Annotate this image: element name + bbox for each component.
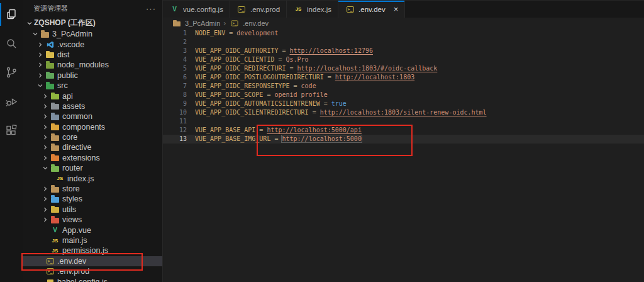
chevron-right-icon[interactable] [40, 196, 50, 201]
chevron-right-icon[interactable] [40, 217, 50, 222]
folder-icon [50, 113, 60, 120]
babel-icon [45, 279, 55, 282]
folder-icon [50, 154, 60, 161]
folder-shape [51, 218, 59, 223]
explorer-header: 资源管理器 ··· [23, 0, 162, 17]
tab-label: .env.dev [358, 6, 386, 13]
tree-item-core[interactable]: core [23, 132, 162, 142]
js-glyph: JS [296, 6, 302, 12]
run-debug-icon[interactable] [0, 87, 23, 116]
code-line[interactable]: 6VUE_APP_OIDC_POSTLOGOUTREDIRECTURI = ht… [163, 73, 644, 82]
code-line[interactable]: 8VUE_APP_OIDC_SCOPE = openid profile [163, 91, 644, 99]
tab-vue-config-js[interactable]: Vvue.config.js [163, 1, 230, 18]
tree-item-directive[interactable]: directive [23, 142, 162, 152]
chevron-right-icon[interactable] [35, 42, 45, 47]
tab--env-prod[interactable]: >_.env.prod [230, 1, 287, 18]
folder-icon [171, 20, 182, 26]
search-icon[interactable] [0, 29, 23, 58]
chevron-right-icon[interactable] [40, 104, 50, 109]
tree-item-common[interactable]: common [23, 111, 162, 121]
tree-item-permission-js[interactable]: JSpermission.js [23, 245, 162, 256]
line-number: 9 [163, 99, 187, 108]
tree-item-label: common [62, 112, 92, 121]
tree-item--vscode[interactable]: .vscode [23, 39, 162, 49]
more-actions-icon[interactable]: ··· [146, 6, 156, 12]
chevron-down-icon[interactable] [40, 166, 50, 171]
chevron-right-icon[interactable] [40, 145, 50, 150]
chevron-right-icon[interactable] [40, 125, 50, 130]
tree-item-3-pcadmin[interactable]: 3_PcAdmin [23, 29, 162, 39]
tree-item-dist[interactable]: dist [23, 50, 162, 60]
tree-item-label: views [62, 215, 82, 224]
tree-item-views[interactable]: views [23, 215, 162, 225]
code-line[interactable]: 4VUE_APP_OIDC_CLIENTID = Qs.Pro [163, 55, 644, 64]
tree-item-extensions[interactable]: extensions [23, 153, 162, 163]
chevron-right-icon[interactable] [40, 186, 50, 191]
token: = [270, 135, 282, 142]
chevron-right-icon[interactable] [35, 62, 45, 67]
js-icon: JS [50, 238, 60, 244]
chevron-right-icon[interactable] [40, 94, 50, 99]
tree-item-node-modules[interactable]: node_modules [23, 60, 162, 70]
close-icon[interactable]: × [394, 5, 399, 13]
chevron-right-icon[interactable] [35, 52, 45, 57]
tree-item-main-js[interactable]: JSmain.js [23, 235, 162, 245]
extensions-icon[interactable] [0, 116, 23, 145]
tree-item-router[interactable]: router [23, 163, 162, 173]
chevron-right-icon[interactable] [40, 114, 50, 119]
line-number: 2 [163, 38, 187, 47]
tree-item-store[interactable]: store [23, 184, 162, 194]
code-line[interactable]: 5VUE_APP_OIDC_REDIRECTURI = http://local… [163, 64, 644, 73]
tree-item-app-vue[interactable]: VApp.vue [23, 225, 162, 235]
breadcrumb-item-3-pcadmin[interactable]: 3_PcAdmin [171, 20, 220, 27]
tree-item-label: .env.prod [57, 267, 89, 276]
tree-item-api[interactable]: api [23, 91, 162, 101]
chevron-right-icon[interactable] [40, 135, 50, 140]
tree-item-utils[interactable]: utils [23, 205, 162, 215]
code-text: VUE_APP_BASE_IMG_URL = http://localhost:… [195, 135, 362, 144]
token: VUE_APP_OIDC_AUTHORITY [195, 47, 278, 54]
folder-shape [51, 207, 59, 213]
js-icon: JS [50, 248, 60, 254]
chevron-right-icon[interactable] [40, 155, 50, 161]
source-control-icon[interactable] [0, 58, 23, 87]
workspace-root-row[interactable]: ZQSHOP (工作区) [23, 17, 162, 29]
tree-item-assets[interactable]: assets [23, 101, 162, 111]
tree-item-components[interactable]: components [23, 122, 162, 132]
folder-icon [50, 134, 60, 141]
chevron-down-icon[interactable] [25, 21, 34, 26]
folder-shape [51, 197, 59, 203]
code-line[interactable]: 3VUE_APP_OIDC_AUTHORITY = http://localho… [163, 47, 644, 55]
explorer-icon[interactable] [0, 0, 23, 29]
tree-item--env-dev[interactable]: >_.env.dev [23, 256, 162, 266]
tree-item--env-prod[interactable]: >_.env.prod [23, 266, 162, 276]
tab-index-js[interactable]: JSindex.js [287, 1, 338, 18]
tree-item-label: utils [62, 205, 76, 214]
tab-label: vue.config.js [183, 6, 223, 13]
tree-item-styles[interactable]: styles [23, 194, 162, 204]
tree-item-public[interactable]: public [23, 70, 162, 81]
tree-item-index-js[interactable]: JSindex.js [23, 173, 162, 183]
chevron-down-icon[interactable] [30, 31, 40, 37]
chevron-down-icon[interactable] [35, 83, 45, 88]
chevron-right-icon[interactable] [40, 207, 50, 212]
code-line[interactable]: 11 [163, 117, 644, 126]
tree-item-label: 3_PcAdmin [52, 30, 92, 38]
editor[interactable]: 1NODE_ENV = development23VUE_APP_OIDC_AU… [163, 29, 644, 282]
tab--env-dev[interactable]: >_.env.dev× [338, 1, 405, 18]
editor-code[interactable]: 1NODE_ENV = development23VUE_APP_OIDC_AU… [163, 29, 644, 144]
line-number: 3 [163, 47, 187, 55]
code-line[interactable]: 12VUE_APP_BASE_API = http://localhost:50… [163, 126, 644, 135]
code-line[interactable]: 10VUE_APP_OIDC_SILENTREDIRECTURI = http:… [163, 108, 644, 117]
tree-item-src[interactable]: src [23, 81, 162, 91]
code-line[interactable]: 13VUE_APP_BASE_IMG_URL = http://localhos… [163, 135, 644, 144]
chevron-right-icon[interactable] [35, 73, 45, 78]
breadcrumb-item--env-dev[interactable]: >_.env.dev [229, 20, 269, 27]
code-line[interactable]: 2 [163, 38, 644, 47]
token: = [324, 74, 335, 81]
tree-item-label: main.js [62, 236, 87, 245]
code-line[interactable]: 7VUE_APP_OIDC_RESPONSETYPE = code [163, 82, 644, 91]
tree-item-babel-config-js[interactable]: babel.config.js [23, 276, 162, 282]
code-line[interactable]: 9VUE_APP_OIDC_AUTOMATICSILENTRENEW = tru… [163, 99, 644, 108]
code-line[interactable]: 1NODE_ENV = development [163, 29, 644, 38]
